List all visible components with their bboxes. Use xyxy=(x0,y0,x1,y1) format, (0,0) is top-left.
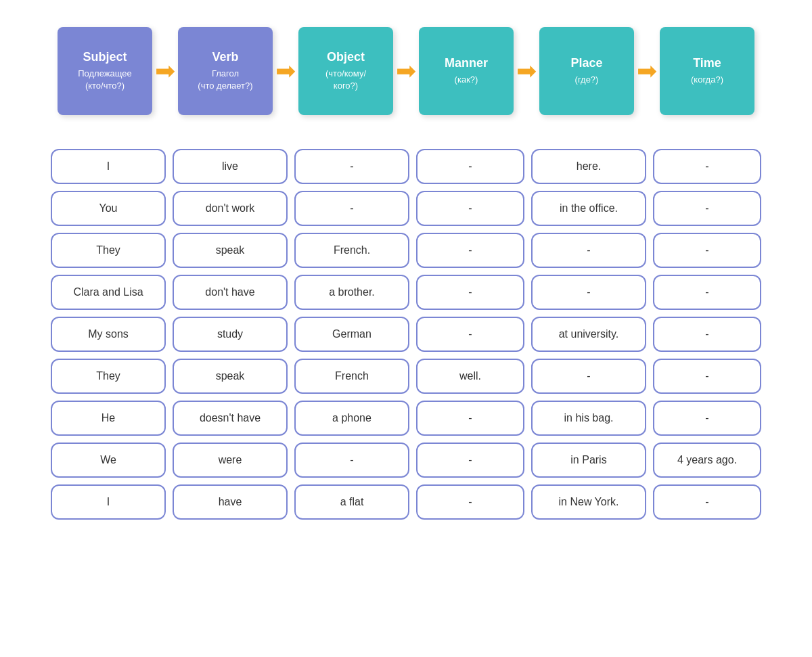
sticky-subtitle-verb: Глагол (что делает?) xyxy=(198,68,252,92)
table-cell-r2-c5: - xyxy=(653,233,761,268)
table-cell-r2-c1: speak xyxy=(173,233,288,268)
table-cell-r3-c3: - xyxy=(416,275,524,310)
arrow-icon-2: ➡ xyxy=(396,57,416,85)
table-cell-r8-c0: I xyxy=(51,484,166,520)
table-cell-r2-c3: - xyxy=(416,233,524,268)
table-cell-r6-c5: - xyxy=(653,401,761,436)
sticky-title-subject: Subject xyxy=(83,50,127,65)
table-cell-r3-c4: - xyxy=(531,275,646,310)
table-cell-r4-c5: - xyxy=(653,317,761,352)
table-cell-r5-c0: They xyxy=(51,359,166,394)
table-cell-r7-c2: - xyxy=(294,443,409,478)
sticky-note-subject: SubjectПодлежащее (кто/что?) xyxy=(58,27,152,115)
sticky-note-manner: Manner(как?) xyxy=(419,27,514,115)
table-cell-r0-c1: live xyxy=(173,149,288,184)
arrow-icon-3: ➡ xyxy=(516,57,537,85)
table-cell-r3-c0: Clara and Lisa xyxy=(51,275,166,310)
table-cell-r6-c1: doesn't have xyxy=(173,401,288,436)
sticky-title-place: Place xyxy=(570,56,602,71)
sticky-subtitle-place: (где?) xyxy=(575,74,599,86)
header-section: SubjectПодлежащее (кто/что?)➡VerbГлагол … xyxy=(14,20,798,122)
table-cell-r8-c3: - xyxy=(416,484,524,520)
sticky-title-manner: Manner xyxy=(445,56,488,71)
sticky-note-verb: VerbГлагол (что делает?) xyxy=(178,27,273,115)
table-cell-r0-c5: - xyxy=(653,149,761,184)
sticky-note-object: Object(что/кому/ кого?) xyxy=(298,27,393,115)
arrow-icon-0: ➡ xyxy=(155,57,175,85)
table-cell-r6-c3: - xyxy=(416,401,524,436)
table-cell-r8-c2: a flat xyxy=(294,484,409,520)
table-cell-r4-c1: study xyxy=(173,317,288,352)
table-cell-r6-c2: a phone xyxy=(294,401,409,436)
table-cell-r1-c2: - xyxy=(294,191,409,226)
table-section: Ilive--here.-Youdon't work--in the offic… xyxy=(34,149,778,520)
table-cell-r3-c2: a brother. xyxy=(294,275,409,310)
table-cell-r0-c4: here. xyxy=(531,149,646,184)
table-cell-r7-c1: were xyxy=(173,443,288,478)
table-cell-r5-c2: French xyxy=(294,359,409,394)
table-cell-r7-c3: - xyxy=(416,443,524,478)
table-cell-r2-c2: French. xyxy=(294,233,409,268)
table-cell-r6-c0: He xyxy=(51,401,166,436)
table-cell-r7-c4: in Paris xyxy=(531,443,646,478)
table-cell-r1-c5: - xyxy=(653,191,761,226)
table-cell-r3-c5: - xyxy=(653,275,761,310)
table-cell-r0-c3: - xyxy=(416,149,524,184)
sticky-subtitle-object: (что/кому/ кого?) xyxy=(325,68,366,92)
table-cell-r0-c2: - xyxy=(294,149,409,184)
table-cell-r4-c3: - xyxy=(416,317,524,352)
table-cell-r7-c5: 4 years ago. xyxy=(653,443,761,478)
table-cell-r6-c4: in his bag. xyxy=(531,401,646,436)
table-cell-r3-c1: don't have xyxy=(173,275,288,310)
table-cell-r1-c1: don't work xyxy=(173,191,288,226)
table-cell-r2-c0: They xyxy=(51,233,166,268)
sticky-subtitle-manner: (как?) xyxy=(455,74,478,86)
sticky-subtitle-time: (когда?) xyxy=(691,74,723,86)
table-cell-r5-c3: well. xyxy=(416,359,524,394)
table-cell-r8-c1: have xyxy=(173,484,288,520)
table-cell-r7-c0: We xyxy=(51,443,166,478)
table-cell-r5-c1: speak xyxy=(173,359,288,394)
table-cell-r1-c3: - xyxy=(416,191,524,226)
table-cell-r1-c4: in the office. xyxy=(531,191,646,226)
sticky-note-time: Time(когда?) xyxy=(660,27,754,115)
table-cell-r5-c5: - xyxy=(653,359,761,394)
table-cell-r4-c2: German xyxy=(294,317,409,352)
table-cell-r8-c4: in New York. xyxy=(531,484,646,520)
sticky-subtitle-subject: Подлежащее (кто/что?) xyxy=(78,68,131,92)
arrow-icon-1: ➡ xyxy=(275,57,296,85)
table-cell-r4-c0: My sons xyxy=(51,317,166,352)
table-cell-r8-c5: - xyxy=(653,484,761,520)
table-cell-r2-c4: - xyxy=(531,233,646,268)
sticky-title-time: Time xyxy=(693,56,721,71)
arrow-icon-4: ➡ xyxy=(637,57,657,85)
table-cell-r5-c4: - xyxy=(531,359,646,394)
sticky-title-verb: Verb xyxy=(212,50,238,65)
table-cell-r0-c0: I xyxy=(51,149,166,184)
table-cell-r4-c4: at university. xyxy=(531,317,646,352)
table-cell-r1-c0: You xyxy=(51,191,166,226)
sticky-title-object: Object xyxy=(327,50,365,65)
sticky-note-place: Place(где?) xyxy=(539,27,634,115)
